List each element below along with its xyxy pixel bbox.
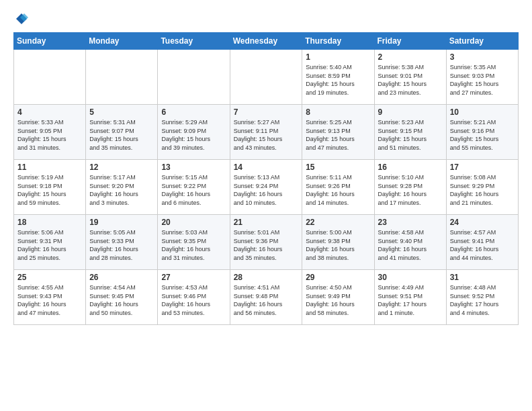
day-info: Sunrise: 5:13 AM Sunset: 9:24 PM Dayligh… [234,173,299,207]
day-number: 14 [234,163,299,172]
calendar-header-saturday: Saturday [446,33,518,50]
day-info: Sunrise: 5:01 AM Sunset: 9:36 PM Dayligh… [234,228,299,262]
calendar-cell: 8Sunrise: 5:25 AM Sunset: 9:13 PM Daylig… [302,105,374,160]
day-number: 18 [17,218,82,227]
calendar-header-row: SundayMondayTuesdayWednesdayThursdayFrid… [14,33,519,50]
day-number: 31 [450,273,515,282]
day-info: Sunrise: 5:05 AM Sunset: 9:33 PM Dayligh… [89,228,154,262]
day-info: Sunrise: 4:58 AM Sunset: 9:40 PM Dayligh… [378,228,443,262]
calendar-cell: 17Sunrise: 5:08 AM Sunset: 9:29 PM Dayli… [446,160,518,215]
day-info: Sunrise: 5:27 AM Sunset: 9:11 PM Dayligh… [234,118,299,152]
calendar-cell: 10Sunrise: 5:21 AM Sunset: 9:16 PM Dayli… [446,105,518,160]
day-info: Sunrise: 4:57 AM Sunset: 9:41 PM Dayligh… [450,228,515,262]
day-number: 25 [17,273,82,282]
calendar-cell: 23Sunrise: 4:58 AM Sunset: 9:40 PM Dayli… [374,215,446,270]
day-info: Sunrise: 5:11 AM Sunset: 9:26 PM Dayligh… [306,173,370,207]
day-info: Sunrise: 5:23 AM Sunset: 9:15 PM Dayligh… [378,118,443,152]
calendar-cell: 21Sunrise: 5:01 AM Sunset: 9:36 PM Dayli… [230,215,302,270]
day-number: 15 [306,163,370,172]
calendar-week-row: 1Sunrise: 5:40 AM Sunset: 8:59 PM Daylig… [14,50,519,105]
calendar-cell: 29Sunrise: 4:50 AM Sunset: 9:49 PM Dayli… [302,270,374,325]
day-info: Sunrise: 5:00 AM Sunset: 9:38 PM Dayligh… [306,228,370,262]
calendar-cell: 13Sunrise: 5:15 AM Sunset: 9:22 PM Dayli… [158,160,230,215]
day-number: 10 [450,107,515,117]
day-number: 9 [378,107,443,117]
day-number: 29 [306,273,370,282]
day-number: 21 [234,218,299,227]
day-info: Sunrise: 5:03 AM Sunset: 9:35 PM Dayligh… [161,228,226,262]
day-number: 28 [234,273,299,282]
day-number: 26 [89,273,154,282]
calendar-header-friday: Friday [374,33,446,50]
day-number: 4 [17,107,82,117]
calendar-header-wednesday: Wednesday [230,33,302,50]
day-info: Sunrise: 5:10 AM Sunset: 9:28 PM Dayligh… [378,173,443,207]
page: SundayMondayTuesdayWednesdayThursdayFrid… [0,0,532,411]
day-info: Sunrise: 5:29 AM Sunset: 9:09 PM Dayligh… [161,118,226,152]
day-info: Sunrise: 5:25 AM Sunset: 9:13 PM Dayligh… [306,118,370,152]
day-number: 16 [378,163,443,172]
day-info: Sunrise: 5:21 AM Sunset: 9:16 PM Dayligh… [450,118,515,152]
calendar-cell: 7Sunrise: 5:27 AM Sunset: 9:11 PM Daylig… [230,105,302,160]
logo [13,12,28,26]
day-info: Sunrise: 5:33 AM Sunset: 9:05 PM Dayligh… [17,118,82,152]
day-number: 22 [306,218,370,227]
calendar-cell [158,50,230,105]
calendar-cell: 24Sunrise: 4:57 AM Sunset: 9:41 PM Dayli… [446,215,518,270]
calendar-cell: 15Sunrise: 5:11 AM Sunset: 9:26 PM Dayli… [302,160,374,215]
day-info: Sunrise: 4:50 AM Sunset: 9:49 PM Dayligh… [306,283,370,317]
day-info: Sunrise: 5:35 AM Sunset: 9:03 PM Dayligh… [450,63,515,97]
calendar-cell: 12Sunrise: 5:17 AM Sunset: 9:20 PM Dayli… [86,160,158,215]
day-number: 11 [17,163,82,172]
day-number: 5 [89,107,154,117]
calendar-week-row: 18Sunrise: 5:06 AM Sunset: 9:31 PM Dayli… [14,215,519,270]
day-info: Sunrise: 4:51 AM Sunset: 9:48 PM Dayligh… [234,283,299,317]
calendar-header-thursday: Thursday [302,33,374,50]
calendar-cell: 5Sunrise: 5:31 AM Sunset: 9:07 PM Daylig… [86,105,158,160]
day-number: 30 [378,273,443,282]
calendar-cell: 1Sunrise: 5:40 AM Sunset: 8:59 PM Daylig… [302,50,374,105]
day-number: 3 [450,52,515,62]
day-number: 23 [378,218,443,227]
calendar-cell: 18Sunrise: 5:06 AM Sunset: 9:31 PM Dayli… [14,215,86,270]
day-info: Sunrise: 5:40 AM Sunset: 8:59 PM Dayligh… [306,63,370,97]
day-info: Sunrise: 4:54 AM Sunset: 9:45 PM Dayligh… [89,283,154,317]
calendar-cell: 22Sunrise: 5:00 AM Sunset: 9:38 PM Dayli… [302,215,374,270]
logo-text [13,12,28,26]
day-number: 2 [378,52,443,62]
day-info: Sunrise: 4:53 AM Sunset: 9:46 PM Dayligh… [161,283,226,317]
calendar-cell: 11Sunrise: 5:19 AM Sunset: 9:18 PM Dayli… [14,160,86,215]
calendar-cell: 4Sunrise: 5:33 AM Sunset: 9:05 PM Daylig… [14,105,86,160]
calendar-cell: 27Sunrise: 4:53 AM Sunset: 9:46 PM Dayli… [158,270,230,325]
calendar-cell: 16Sunrise: 5:10 AM Sunset: 9:28 PM Dayli… [374,160,446,215]
calendar-cell: 25Sunrise: 4:55 AM Sunset: 9:43 PM Dayli… [14,270,86,325]
day-info: Sunrise: 5:31 AM Sunset: 9:07 PM Dayligh… [89,118,154,152]
day-info: Sunrise: 4:49 AM Sunset: 9:51 PM Dayligh… [378,283,443,317]
day-info: Sunrise: 5:15 AM Sunset: 9:22 PM Dayligh… [161,173,226,207]
day-number: 7 [234,107,299,117]
calendar-cell: 20Sunrise: 5:03 AM Sunset: 9:35 PM Dayli… [158,215,230,270]
calendar-cell: 14Sunrise: 5:13 AM Sunset: 9:24 PM Dayli… [230,160,302,215]
calendar-cell: 28Sunrise: 4:51 AM Sunset: 9:48 PM Dayli… [230,270,302,325]
calendar-cell [230,50,302,105]
day-info: Sunrise: 4:48 AM Sunset: 9:52 PM Dayligh… [450,283,515,317]
day-info: Sunrise: 5:17 AM Sunset: 9:20 PM Dayligh… [89,173,154,207]
day-number: 12 [89,163,154,172]
day-number: 6 [161,107,226,117]
day-number: 17 [450,163,515,172]
calendar-header-tuesday: Tuesday [158,33,230,50]
calendar-table: SundayMondayTuesdayWednesdayThursdayFrid… [13,32,519,325]
calendar-week-row: 25Sunrise: 4:55 AM Sunset: 9:43 PM Dayli… [14,270,519,325]
day-info: Sunrise: 5:06 AM Sunset: 9:31 PM Dayligh… [17,228,82,262]
calendar-header-sunday: Sunday [14,33,86,50]
calendar-cell: 30Sunrise: 4:49 AM Sunset: 9:51 PM Dayli… [374,270,446,325]
day-info: Sunrise: 5:38 AM Sunset: 9:01 PM Dayligh… [378,63,443,97]
calendar-header-monday: Monday [86,33,158,50]
day-number: 13 [161,163,226,172]
day-number: 19 [89,218,154,227]
day-number: 27 [161,273,226,282]
calendar-week-row: 4Sunrise: 5:33 AM Sunset: 9:05 PM Daylig… [14,105,519,160]
calendar-cell: 6Sunrise: 5:29 AM Sunset: 9:09 PM Daylig… [158,105,230,160]
logo-icon [15,12,28,26]
calendar-cell: 31Sunrise: 4:48 AM Sunset: 9:52 PM Dayli… [446,270,518,325]
